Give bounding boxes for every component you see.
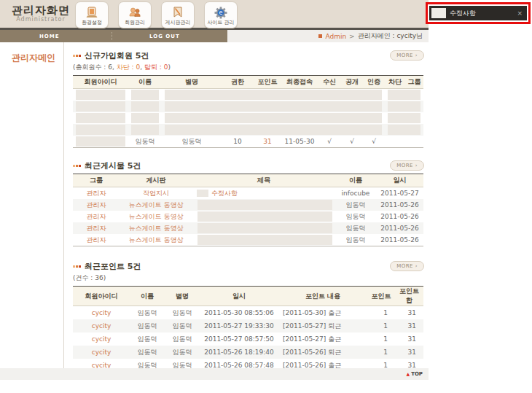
more-button[interactable]: MORE › (390, 50, 424, 61)
more-button[interactable]: MORE › (390, 160, 424, 171)
close-icon[interactable]: × (517, 9, 523, 17)
cell-link[interactable]: 뉴스게이트 동영상 (129, 213, 184, 220)
column-header: 제목 (192, 174, 335, 187)
table-cell: [2011-05-27] 출근 (278, 332, 367, 346)
table-cell: 임동덕 (165, 306, 200, 320)
table-row: cycity임동덕임동덕2011-05-27 08:57:50[2011-05-… (73, 332, 423, 346)
redacted-content (76, 136, 125, 147)
sidebar-item-admin-main[interactable]: 관리자메인 (12, 52, 63, 64)
table-cell: 2011-05-30 08:55:06 (200, 306, 278, 320)
table-cell: [2011-05-26] 출근 (278, 359, 367, 368)
redacted-content (165, 125, 382, 135)
table-cell: 1 (367, 346, 395, 359)
table-cell: 1 (367, 332, 395, 346)
section-title: 최근포인트 5건 (73, 261, 141, 272)
table-row: cycity임동덕임동덕2011-05-27 19:33:30[2011-05-… (73, 319, 423, 332)
notification-thumbnail (431, 8, 446, 18)
menu-button-site[interactable]: e 사이트 관리 (204, 1, 238, 28)
menu-button-settings[interactable]: 환경설정 (75, 1, 109, 28)
admin-screen: 관리자화면 Administrator 환경설정 (0, 0, 532, 393)
notification-popup[interactable]: 수정사항 × (429, 6, 527, 20)
cell-link[interactable]: cycity (92, 335, 112, 343)
column-header: 게시판 (120, 174, 192, 187)
table-row: 관리자뉴스게이트 동영상임동덕2011-05-26 (73, 199, 423, 211)
column-header: 일시 (200, 287, 278, 306)
section-title: 신규가입회원 5건 (73, 50, 149, 61)
table-cell (128, 124, 162, 136)
page-container: 관리자화면 Administrator 환경설정 (0, 0, 429, 380)
section-new-members: 신규가입회원 5건 MORE › (총회원수 : 6, 차단 : 0, 탈퇴 :… (73, 50, 424, 148)
table-cell: 임동덕 (130, 306, 165, 320)
cell-link[interactable]: cycity (92, 362, 112, 368)
table-cell: 관리자 (73, 199, 120, 211)
table-cell: √ (363, 136, 385, 148)
cell-link[interactable]: 관리자 (87, 201, 106, 209)
cell-link[interactable]: 관리자 (87, 236, 106, 244)
table-cell: √ (318, 136, 341, 148)
brand: 관리자화면 Administrator (12, 4, 70, 23)
redacted-content (76, 113, 125, 123)
cell-link[interactable]: 뉴스게이트 동영상 (129, 236, 184, 244)
column-header: 공개 (341, 76, 363, 89)
table-cell: cycity (73, 306, 130, 320)
column-header: 이름 (128, 76, 162, 89)
redacted-content (76, 101, 125, 112)
table-cell: 2011-05-26 (376, 211, 423, 222)
cell-link[interactable]: 작업지시 (143, 190, 169, 197)
scroll-top-link[interactable]: ▲TOP (407, 371, 423, 377)
table-cell: 임동덕 (165, 346, 200, 359)
recent-points-table: 회원아이디이름별명일시포인트 내용포인트포인트합cycity임동덕임동덕2011… (73, 286, 423, 368)
home-link[interactable]: HOME (39, 34, 60, 39)
redacted-content (131, 125, 159, 135)
table-row (73, 101, 423, 112)
redacted-content (388, 125, 420, 135)
column-header: 회원아이디 (73, 287, 130, 306)
column-header: 회원아이디 (73, 76, 128, 89)
column-header: 일시 (376, 174, 423, 187)
notification-highlight: 수정사항 × (426, 2, 531, 24)
table-cell: 1 (367, 319, 395, 332)
redacted-content (165, 101, 382, 112)
redacted-content (165, 113, 382, 123)
table-cell (162, 89, 385, 101)
cell-link[interactable]: 관리자 (87, 190, 106, 197)
more-button[interactable]: MORE › (390, 261, 424, 271)
logout-link[interactable]: LOG OUT (149, 34, 180, 39)
blocked-count: 차단 : 0 (117, 63, 140, 71)
table-cell: 임동덕 (165, 332, 200, 346)
column-header: 포인트합 (395, 287, 423, 306)
menu-button-members[interactable]: 회원관리 (118, 1, 152, 28)
menu-label: 회원관리 (125, 19, 145, 26)
cell-link[interactable]: 뉴스게이트 동영상 (129, 225, 184, 232)
content: 관리자메인 신규가입회원 5건 MORE › (총회원수 : 6, 차단 : 0… (0, 42, 429, 368)
column-header: 포인트 내용 (278, 287, 367, 306)
column-header: 차단 (385, 76, 405, 89)
cell-text: 31 (263, 138, 271, 145)
table-cell (128, 101, 162, 112)
table-row (73, 89, 423, 101)
cell-link[interactable]: cycity (92, 349, 112, 356)
table-cell: 임동덕 (335, 222, 376, 234)
breadcrumb-current: 관리자메인 : cycity님 (358, 31, 423, 41)
table-cell (162, 112, 385, 124)
table-cell: 10 (222, 136, 254, 148)
breadcrumb-admin-link[interactable]: Admin (325, 33, 346, 40)
table-cell: 임동덕 (335, 199, 376, 211)
table-cell: 임동덕 (165, 359, 200, 368)
table-row: cycity임동덕임동덕2011-05-30 08:55:06[2011-05-… (73, 306, 423, 320)
menu-button-board[interactable]: 게시판관리 (161, 1, 195, 28)
cell-link[interactable]: 관리자 (87, 213, 106, 220)
table-cell (192, 211, 335, 222)
cell-link[interactable]: cycity (92, 322, 112, 330)
redacted-content (197, 235, 332, 245)
table-cell (73, 89, 128, 101)
title-dots-icon (73, 265, 75, 268)
table-cell: 임동덕 (165, 319, 200, 332)
redacted-content (388, 113, 420, 123)
cell-link[interactable]: 관리자 (87, 225, 106, 232)
members-icon (128, 6, 141, 19)
cell-link[interactable]: 수정사항 (211, 190, 238, 197)
cell-link[interactable]: cycity (92, 309, 112, 316)
cell-link[interactable]: 뉴스게이트 동영상 (129, 201, 184, 209)
table-cell (128, 89, 162, 101)
